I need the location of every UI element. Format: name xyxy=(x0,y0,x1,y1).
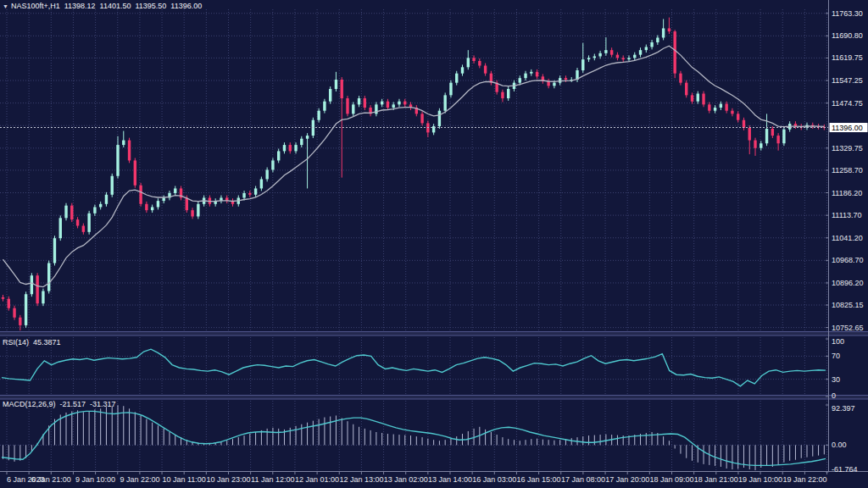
svg-text:11186.20: 11186.20 xyxy=(832,189,862,197)
rsi-value: 45.3871 xyxy=(33,338,61,347)
symbol-period-label: NAS100ft+,H1 xyxy=(11,2,60,10)
indicator-axis-labels[interactable]: 1007030092.3970.00-61.764 xyxy=(826,337,858,474)
svg-text:10896.20: 10896.20 xyxy=(832,279,864,287)
svg-text:11329.75: 11329.75 xyxy=(832,144,863,152)
ohlc-low: 11395.50 xyxy=(135,2,166,10)
svg-text:12 Jan 13:00: 12 Jan 13:00 xyxy=(339,475,383,484)
rsi-indicator-label: RSI(14)45.3871 xyxy=(3,338,61,347)
macd-signal-value: -31.317 xyxy=(90,400,116,408)
svg-text:11547.25: 11547.25 xyxy=(832,76,863,85)
ohlc-high: 11401.50 xyxy=(100,2,131,10)
svg-text:17 Jan 08:00: 17 Jan 08:00 xyxy=(561,475,605,484)
svg-text:13 Jan 02:00: 13 Jan 02:00 xyxy=(384,475,428,484)
chart-canvas[interactable]: 11763.3011690.8011619.7511547.2511474.75… xyxy=(0,0,868,488)
svg-text:11 Jan 12:00: 11 Jan 12:00 xyxy=(251,475,294,484)
svg-text:16 Jan 15:00: 16 Jan 15:00 xyxy=(517,475,561,484)
macd-value: -21.517 xyxy=(60,400,86,408)
svg-text:70: 70 xyxy=(832,352,840,360)
rsi-panel-surface[interactable] xyxy=(0,336,827,396)
svg-text:10752.65: 10752.65 xyxy=(832,324,864,332)
macd-indicator-label: MACD(12,26,9)-21.517-31.317 xyxy=(3,400,116,408)
macd-panel-surface[interactable] xyxy=(0,399,827,471)
rsi-name: RSI(14) xyxy=(3,338,29,347)
svg-text:13 Jan 14:00: 13 Jan 14:00 xyxy=(428,475,472,484)
svg-text:19 Jan 10:00: 19 Jan 10:00 xyxy=(738,475,782,484)
chart-title-bar: ▼NAS100ft+,H111398.1211401.5011395.50113… xyxy=(3,2,202,11)
current-price-tag: 11396.00 xyxy=(830,123,868,132)
svg-text:11763.30: 11763.30 xyxy=(832,9,863,18)
svg-text:11690.80: 11690.80 xyxy=(832,31,863,40)
svg-text:30: 30 xyxy=(832,375,840,384)
svg-text:-61.764: -61.764 xyxy=(832,465,858,474)
svg-text:0: 0 xyxy=(832,391,836,400)
time-axis-labels[interactable]: 6 Jan 20236 Jan 21:009 Jan 10:009 Jan 22… xyxy=(7,472,827,485)
svg-text:10 Jan 11:00: 10 Jan 11:00 xyxy=(163,475,206,484)
svg-text:9 Jan 10:00: 9 Jan 10:00 xyxy=(75,475,115,484)
svg-text:11041.20: 11041.20 xyxy=(832,234,863,242)
ohlc-open: 11398.12 xyxy=(64,2,96,10)
svg-text:19 Jan 22:00: 19 Jan 22:00 xyxy=(782,475,826,484)
svg-text:0.00: 0.00 xyxy=(832,441,847,449)
svg-text:11258.70: 11258.70 xyxy=(832,166,863,175)
svg-text:11113.70: 11113.70 xyxy=(832,211,862,219)
macd-name: MACD(12,26,9) xyxy=(3,400,56,408)
collapse-arrow-icon[interactable]: ▼ xyxy=(3,3,8,9)
price-axis-labels[interactable]: 11763.3011690.8011619.7511547.2511474.75… xyxy=(826,9,864,332)
svg-text:10 Jan 23:00: 10 Jan 23:00 xyxy=(206,475,250,484)
svg-text:11396.00: 11396.00 xyxy=(832,124,863,132)
svg-text:10825.15: 10825.15 xyxy=(832,301,864,309)
svg-text:12 Jan 01:00: 12 Jan 01:00 xyxy=(295,475,339,484)
svg-text:6 Jan 21:00: 6 Jan 21:00 xyxy=(31,475,71,484)
svg-text:9 Jan 22:00: 9 Jan 22:00 xyxy=(120,475,159,484)
svg-text:100: 100 xyxy=(832,337,844,346)
ohlc-close: 11396.00 xyxy=(170,2,202,10)
svg-text:18 Jan 21:00: 18 Jan 21:00 xyxy=(694,475,738,484)
svg-text:17 Jan 20:00: 17 Jan 20:00 xyxy=(605,475,649,484)
svg-text:11474.75: 11474.75 xyxy=(832,99,863,108)
svg-text:92.397: 92.397 xyxy=(832,404,855,413)
trading-chart-window: 11763.3011690.8011619.7511547.2511474.75… xyxy=(0,0,868,488)
price-chart-surface[interactable] xyxy=(0,0,827,333)
svg-text:16 Jan 03:00: 16 Jan 03:00 xyxy=(472,475,516,484)
svg-text:10968.70: 10968.70 xyxy=(832,256,864,264)
svg-text:11619.75: 11619.75 xyxy=(832,53,863,62)
svg-text:18 Jan 09:00: 18 Jan 09:00 xyxy=(649,475,693,484)
